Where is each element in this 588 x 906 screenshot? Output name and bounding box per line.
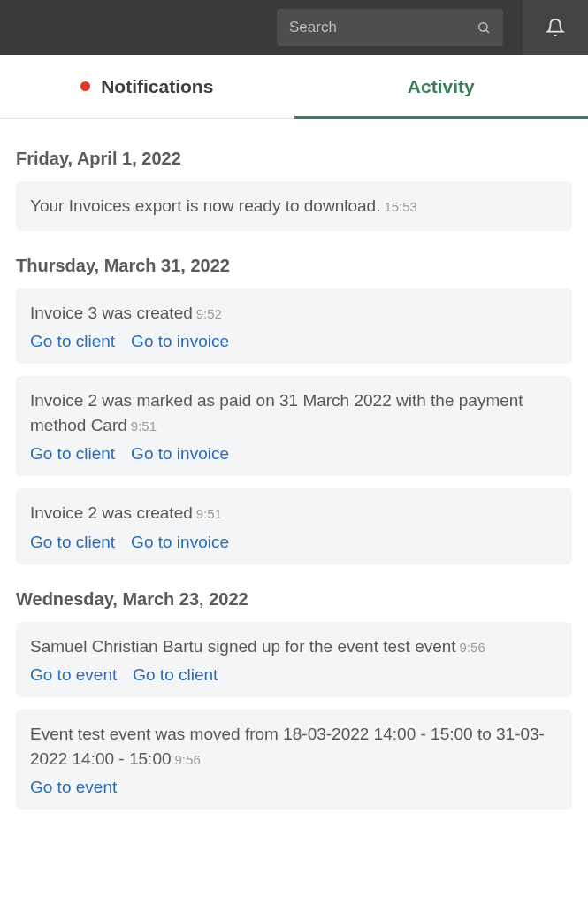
header-bar	[0, 0, 588, 55]
day-heading: Wednesday, March 23, 2022	[16, 589, 572, 610]
activity-links: Go to event	[30, 778, 558, 797]
activity-link[interactable]: Go to client	[30, 533, 115, 551]
activity-card: Your Invoices export is now ready to dow…	[16, 181, 572, 231]
activity-link[interactable]: Go to invoice	[131, 444, 229, 463]
activity-link[interactable]: Go to invoice	[131, 533, 229, 551]
tab-activity[interactable]: Activity	[294, 55, 589, 118]
activity-links: Go to clientGo to invoice	[30, 533, 558, 552]
day-heading: Thursday, March 31, 2022	[16, 256, 572, 276]
activity-message: Invoice 2 was created9:51	[30, 501, 558, 526]
activity-links: Go to clientGo to invoice	[30, 444, 558, 464]
activity-time: 9:56	[175, 752, 201, 767]
activity-time: 9:51	[131, 418, 157, 434]
svg-line-1	[486, 30, 489, 33]
tab-label: Activity	[408, 76, 475, 97]
search-input[interactable]	[289, 19, 477, 36]
activity-message: Event test event was moved from 18-03-20…	[30, 722, 558, 771]
activity-link[interactable]: Go to client	[30, 332, 115, 350]
activity-card: Invoice 2 was created9:51Go to clientGo …	[16, 488, 572, 564]
activity-message: Invoice 2 was marked as paid on 31 March…	[30, 388, 558, 437]
tabs: Notifications Activity	[0, 55, 588, 119]
notifications-button[interactable]	[523, 0, 588, 55]
tab-label: Notifications	[101, 76, 213, 97]
activity-card: Invoice 3 was created9:52Go to clientGo …	[16, 288, 572, 365]
activity-time: 15:53	[384, 199, 417, 214]
activity-message: Your Invoices export is now ready to dow…	[30, 194, 558, 219]
activity-link[interactable]: Go to invoice	[131, 332, 229, 350]
activity-time: 9:52	[196, 306, 222, 321]
activity-links: Go to clientGo to invoice	[30, 332, 558, 351]
activity-link[interactable]: Go to client	[133, 665, 218, 684]
activity-message: Samuel Christian Bartu signed up for the…	[30, 634, 558, 659]
activity-card: Invoice 2 was marked as paid on 31 March…	[16, 376, 572, 476]
search-icon	[477, 19, 491, 36]
activity-links: Go to eventGo to client	[30, 665, 558, 685]
activity-text: Invoice 3 was created	[30, 303, 193, 322]
activity-time: 9:51	[196, 506, 222, 521]
activity-feed: Friday, April 1, 2022Your Invoices expor…	[0, 119, 588, 840]
bell-icon	[546, 18, 565, 37]
activity-card: Event test event was moved from 18-03-20…	[16, 710, 572, 810]
activity-text: Your Invoices export is now ready to dow…	[30, 196, 380, 215]
activity-text: Invoice 2 was created	[30, 503, 193, 522]
activity-text: Samuel Christian Bartu signed up for the…	[30, 637, 456, 656]
tab-notifications[interactable]: Notifications	[0, 55, 294, 118]
activity-text: Invoice 2 was marked as paid on 31 March…	[30, 391, 523, 434]
svg-point-0	[479, 23, 487, 31]
unread-dot	[80, 81, 90, 91]
activity-link[interactable]: Go to client	[30, 444, 115, 463]
day-heading: Friday, April 1, 2022	[16, 149, 572, 169]
activity-card: Samuel Christian Bartu signed up for the…	[16, 622, 572, 698]
activity-text: Event test event was moved from 18-03-20…	[30, 725, 545, 768]
activity-link[interactable]: Go to event	[30, 778, 117, 796]
activity-link[interactable]: Go to event	[30, 665, 117, 684]
activity-message: Invoice 3 was created9:52	[30, 301, 558, 326]
search-box[interactable]	[277, 9, 503, 46]
activity-time: 9:56	[460, 640, 485, 655]
